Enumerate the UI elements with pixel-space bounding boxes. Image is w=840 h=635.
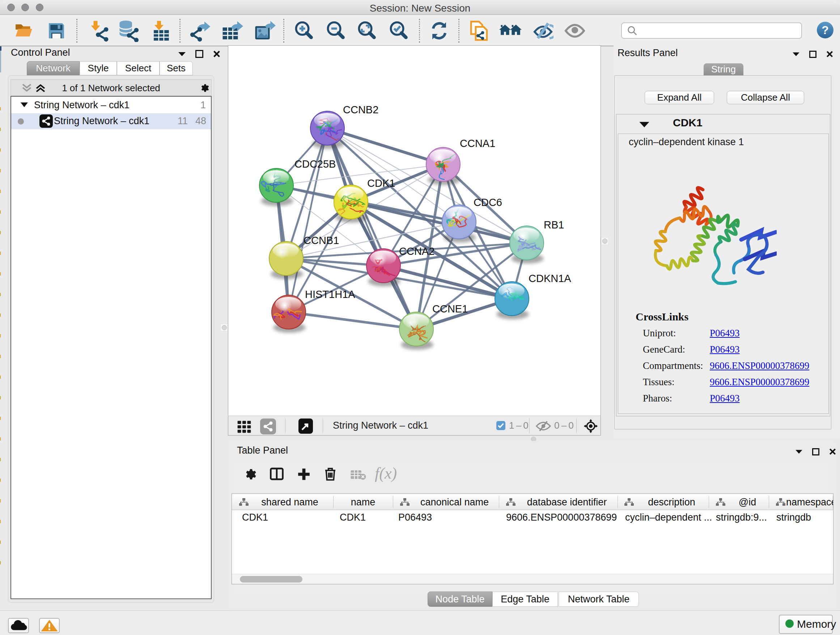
svg-text:CDKN1A: CDKN1A <box>529 272 571 284</box>
svg-text:CCNE1: CCNE1 <box>432 303 468 315</box>
svg-text:CDC6: CDC6 <box>474 196 502 208</box>
svg-text:CCNB1: CCNB1 <box>303 234 339 246</box>
svg-text:HIST1H1A: HIST1H1A <box>305 288 355 300</box>
svg-text:CDC25B: CDC25B <box>294 158 336 170</box>
svg-text:CCNB2: CCNB2 <box>343 104 378 116</box>
svg-text:CDK1: CDK1 <box>367 177 395 189</box>
svg-text:RB1: RB1 <box>544 219 564 231</box>
svg-text:CCNA2: CCNA2 <box>399 245 434 257</box>
svg-text:CCNA1: CCNA1 <box>460 138 495 149</box>
